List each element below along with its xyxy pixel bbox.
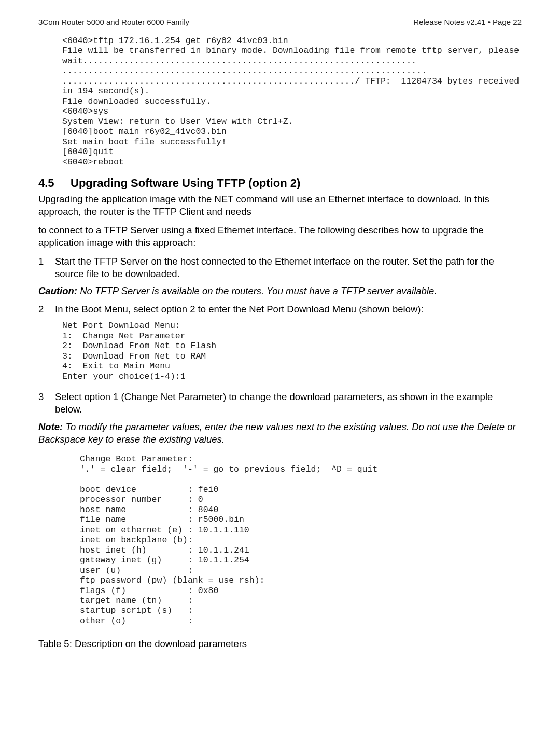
paragraph-intro-2: to connect to a TFTP Server using a fixe… [38, 224, 522, 249]
section-title: Upgrading Software Using TFTP (option 2) [71, 176, 300, 190]
step-2: 2 In the Boot Menu, select option 2 to e… [38, 303, 522, 315]
table-caption: Table 5: Description on the download par… [38, 638, 522, 650]
note-block: Note: To modify the parameter values, en… [38, 421, 522, 446]
paragraph-intro-1: Upgrading the application image with the… [38, 193, 522, 218]
step-number: 2 [38, 303, 55, 315]
step-text: Select option 1 (Change Net Parameter) t… [55, 391, 522, 416]
caution-block: Caution: No TFTP Server is available on … [38, 285, 522, 297]
step-text: In the Boot Menu, select option 2 to ent… [55, 303, 424, 315]
page-header: 3Com Router 5000 and Router 6000 Family … [38, 18, 522, 26]
code-tftp-session: <6040>tftp 172.16.1.254 get r6y02_41vc03… [62, 36, 522, 167]
code-net-port-menu: Net Port Download Menu: 1: Change Net Pa… [62, 321, 522, 381]
section-number: 4.5 [38, 176, 71, 190]
code-boot-parameters: Change Boot Parameter: '.' = clear field… [80, 454, 522, 626]
step-3: 3 Select option 1 (Change Net Parameter)… [38, 391, 522, 416]
note-body: To modify the parameter values, enter th… [38, 421, 516, 445]
header-right: Release Notes v2.41 • Page 22 [413, 18, 522, 26]
note-label: Note: [38, 421, 63, 432]
page: 3Com Router 5000 and Router 6000 Family … [0, 0, 560, 667]
step-number: 1 [38, 255, 55, 280]
section-heading: 4.5 Upgrading Software Using TFTP (optio… [38, 176, 522, 190]
caution-body: No TFTP Server is available on the route… [77, 285, 437, 296]
step-1: 1 Start the TFTP Server on the host conn… [38, 255, 522, 280]
header-left: 3Com Router 5000 and Router 6000 Family [38, 18, 189, 26]
step-number: 3 [38, 391, 55, 416]
caution-label: Caution: [38, 285, 77, 296]
step-text: Start the TFTP Server on the host connec… [55, 255, 522, 280]
